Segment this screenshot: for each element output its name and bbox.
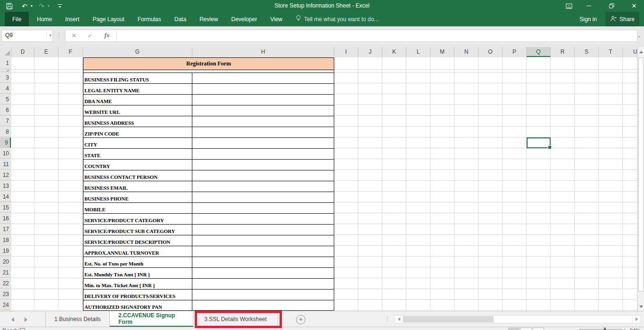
form-label-cell[interactable]: LEGAL ENTITY NAME xyxy=(83,84,192,94)
row-header-24[interactable]: 24 xyxy=(0,300,11,310)
form-title-cell[interactable]: Registration Form xyxy=(83,58,334,70)
row-header-4[interactable]: 4 xyxy=(0,83,11,94)
form-value-cell[interactable] xyxy=(192,279,334,289)
form-value-cell[interactable] xyxy=(192,257,334,267)
sheet-tab-business-details[interactable]: 1.Business Details xyxy=(45,312,110,327)
column-header-H[interactable]: H xyxy=(192,47,334,57)
row-header-20[interactable]: 20 xyxy=(0,257,11,267)
row-header-16[interactable]: 16 xyxy=(0,213,11,224)
zoom-slider[interactable] xyxy=(579,329,622,330)
row-header-6[interactable]: 6 xyxy=(0,105,11,115)
horizontal-scrollbar[interactable] xyxy=(394,315,641,323)
row-header-9[interactable]: 9 xyxy=(0,137,11,148)
expand-formula-bar-icon[interactable]: ⌄ xyxy=(637,33,641,38)
column-header-G[interactable]: G xyxy=(83,47,192,57)
cancel-icon[interactable]: ✕ xyxy=(68,30,80,40)
tab-home[interactable]: Home xyxy=(32,12,57,26)
form-label-cell[interactable]: BUSINESS PHONE xyxy=(83,192,192,202)
column-header-F[interactable]: F xyxy=(58,47,83,57)
row-header-22[interactable]: 22 xyxy=(0,278,11,289)
form-label-cell[interactable]: SERVICE/PRODUCT CATEGORY xyxy=(83,214,192,224)
form-value-cell[interactable] xyxy=(192,170,334,181)
row-header-5[interactable]: 5 xyxy=(0,94,11,105)
form-label-cell[interactable]: ZIP/PIN CODE xyxy=(83,127,192,137)
column-header-P[interactable]: P xyxy=(503,47,527,57)
column-header-J[interactable]: J xyxy=(358,47,382,57)
zoom-out-icon[interactable]: − xyxy=(573,327,576,330)
form-value-cell[interactable] xyxy=(192,127,334,137)
zoom-slider-handle[interactable] xyxy=(604,328,606,330)
form-label-cell[interactable]: BUSINESS FILING STATUS xyxy=(83,73,192,83)
form-label-cell[interactable]: Min. to Max. Ticket Amt [ INR ] xyxy=(83,279,192,289)
name-box-dropdown-icon[interactable]: ▾ xyxy=(46,33,51,38)
form-value-cell[interactable] xyxy=(192,105,334,116)
column-header-T[interactable]: T xyxy=(599,47,623,57)
tab-data[interactable]: Data xyxy=(169,12,191,26)
form-label-cell[interactable]: STATE xyxy=(83,149,192,159)
row-header-17[interactable]: 17 xyxy=(0,224,11,234)
zoom-in-icon[interactable]: + xyxy=(623,327,626,330)
column-header-S[interactable]: S xyxy=(575,47,599,57)
normal-view-icon[interactable]: ▦ xyxy=(508,328,520,330)
form-value-cell[interactable] xyxy=(192,290,334,300)
form-value-cell[interactable] xyxy=(192,225,334,235)
row-header-18[interactable]: 18 xyxy=(0,235,11,245)
tab-page-layout[interactable]: Page Layout xyxy=(87,12,129,26)
form-label-cell[interactable]: BUSINESS ADDRESS xyxy=(83,116,192,127)
form-value-cell[interactable] xyxy=(192,84,334,94)
column-header-K[interactable]: K xyxy=(382,47,406,57)
scroll-down-icon[interactable] xyxy=(638,303,644,310)
scroll-right-icon[interactable] xyxy=(632,316,640,322)
form-label-cell[interactable]: COUNTRY xyxy=(83,160,192,170)
formula-bar-drag-dots-icon[interactable]: ⋮ xyxy=(56,32,62,38)
form-label-cell[interactable]: BUSINESS EMAIL xyxy=(83,181,192,192)
selected-cell-Q9[interactable] xyxy=(527,137,551,148)
form-value-cell[interactable] xyxy=(192,181,334,192)
column-header-O[interactable]: O xyxy=(479,47,503,57)
column-header-E[interactable]: E xyxy=(34,47,58,57)
form-label-cell[interactable]: AUTHORIZED SIGNATORY PAN xyxy=(83,300,192,311)
form-value-cell[interactable] xyxy=(192,138,334,148)
horizontal-scroll-thumb[interactable] xyxy=(403,316,494,322)
row-header-23[interactable]: 23 xyxy=(0,289,11,299)
column-header-Q[interactable]: Q xyxy=(527,47,551,57)
sheet-nav-right-icon[interactable] xyxy=(23,316,29,323)
form-value-cell[interactable] xyxy=(192,149,334,159)
share-button[interactable]: Share xyxy=(605,12,639,26)
column-header-U[interactable]: U xyxy=(623,47,637,57)
column-header-N[interactable]: N xyxy=(454,47,479,57)
column-header-I[interactable]: I xyxy=(334,47,358,57)
insert-function-icon[interactable]: fx xyxy=(101,30,113,40)
row-header-21[interactable]: 21 xyxy=(0,267,11,278)
tab-insert[interactable]: Insert xyxy=(60,12,84,26)
row-header-7[interactable]: 7 xyxy=(0,116,11,126)
form-value-cell[interactable] xyxy=(192,73,334,83)
column-header-L[interactable]: L xyxy=(406,47,430,57)
sheet-tab-ssl-details-worksheet[interactable]: 3.SSL Details Worksheet xyxy=(193,312,278,327)
formula-input[interactable] xyxy=(118,32,635,40)
form-label-cell[interactable]: BUSINESS CONTACT PERSON xyxy=(83,170,192,181)
form-label-cell[interactable]: Est. Monthly Txn Amt [ INR ] xyxy=(83,268,192,278)
form-label-cell[interactable]: CITY xyxy=(83,138,192,148)
macro-record-icon[interactable] xyxy=(20,328,25,330)
sheet-nav-left-icon[interactable] xyxy=(9,316,16,323)
tab-file[interactable]: File xyxy=(5,12,29,26)
row-header-14[interactable]: 14 xyxy=(0,192,11,202)
form-label-cell[interactable]: DBA NAME xyxy=(83,95,192,105)
form-label-cell[interactable]: WEBSITE URL xyxy=(83,105,192,116)
tab-review[interactable]: Review xyxy=(194,12,223,26)
zoom-level[interactable]: 94% xyxy=(630,328,640,330)
form-value-cell[interactable] xyxy=(192,214,334,224)
form-label-cell[interactable]: DELIVERY OF PRODUCTS/SERVICES xyxy=(83,290,192,300)
fill-handle[interactable] xyxy=(548,145,552,149)
scroll-up-icon[interactable] xyxy=(638,48,644,56)
row-header-15[interactable]: 15 xyxy=(0,202,11,213)
restore-button[interactable] xyxy=(604,0,619,12)
tab-view[interactable]: View xyxy=(265,12,288,26)
minimize-button[interactable] xyxy=(582,0,596,12)
column-header-D[interactable]: D xyxy=(11,47,34,57)
vertical-scroll-thumb[interactable] xyxy=(638,57,644,292)
tab-formulas[interactable]: Formulas xyxy=(132,12,166,26)
form-value-cell[interactable] xyxy=(192,192,334,202)
tell-me-box[interactable]: Tell me what you want to do... xyxy=(296,12,379,26)
